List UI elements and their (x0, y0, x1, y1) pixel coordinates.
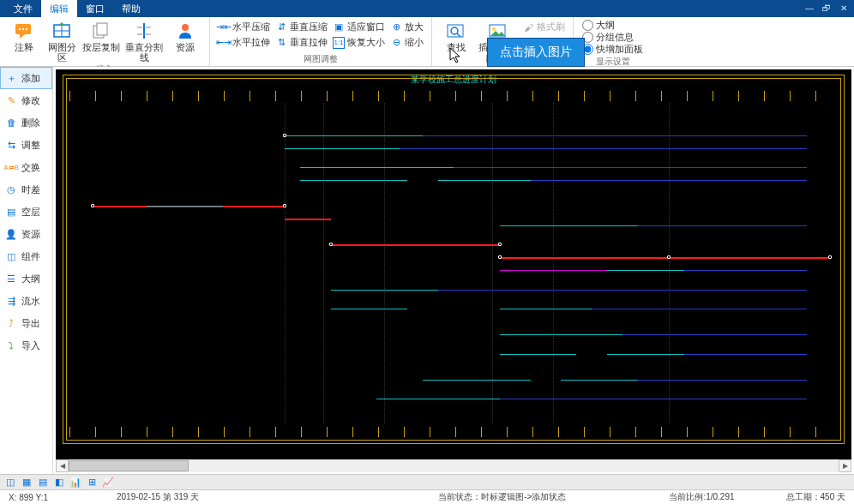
hcompress-button[interactable]: ⇥⇤水平压缩 (218, 20, 270, 34)
svg-line-17 (457, 33, 460, 37)
zoomin-icon: ⊕ (390, 21, 402, 33)
restore-button[interactable]: 1:1恢复大小 (333, 35, 385, 50)
scroll-track[interactable] (69, 459, 839, 472)
status-total: 总工期：450 天 (778, 491, 854, 503)
menu-file[interactable]: 文件 (5, 0, 41, 18)
trash-icon: 🗑 (5, 117, 17, 129)
plus-icon: ＋ (5, 72, 17, 84)
side-outline[interactable]: ☰大纲 (0, 267, 52, 290)
ribbon-group-insert: 注释 网图分区 按层复制 垂直分割线 资源 插入 (0, 17, 210, 66)
vstretch-button[interactable]: ⇅垂直拉伸 (275, 35, 328, 50)
side-resource[interactable]: 👤资源 (0, 223, 52, 245)
svg-point-16 (451, 27, 458, 34)
menu-edit[interactable]: 编辑 (41, 0, 77, 18)
resource-button[interactable]: 资源 (166, 19, 204, 52)
side-layer[interactable]: ▤空层 (0, 201, 52, 223)
side-modify[interactable]: ✎修改 (0, 89, 52, 111)
vsplit-icon (134, 21, 154, 41)
edit-icon: ✎ (5, 94, 17, 106)
scroll-left-icon[interactable]: ◀ (56, 459, 69, 472)
svg-rect-15 (448, 25, 463, 37)
find-button[interactable]: 查找 (437, 19, 475, 52)
restore-icon: 1:1 (333, 37, 345, 49)
partition-button[interactable]: 网图分区 (43, 19, 81, 63)
body: ＋添加 ✎修改 🗑删除 ⇆调整 A⇄B交换 ◷时差 ▤空层 👤资源 ◫组件 ☰大… (0, 67, 854, 474)
scroll-thumb[interactable] (69, 460, 189, 471)
menu-help[interactable]: 帮助 (113, 0, 149, 18)
format-brush-button[interactable]: 🖌格式刷 (522, 20, 565, 34)
group-display-label: 显示设置 (596, 55, 630, 68)
zoomout-icon: ⊖ (390, 37, 402, 49)
copy-label: 按层复制 (82, 42, 120, 52)
resource-label: 资源 (176, 42, 195, 52)
arrow-in-v-icon: ⇵ (275, 21, 287, 33)
maximize-icon[interactable]: 🗗 (820, 2, 833, 14)
qb-2[interactable]: ▦ (20, 477, 33, 489)
menu-window[interactable]: 窗口 (77, 0, 113, 18)
svg-rect-8 (97, 23, 107, 35)
time-scale-bottom (69, 427, 838, 437)
scroll-right-icon[interactable]: ▶ (839, 459, 851, 472)
side-adjust[interactable]: ⇆调整 (0, 134, 52, 156)
window-controls: — 🗗 ✕ (803, 2, 851, 14)
component-icon: ◫ (5, 250, 17, 262)
vsplit-button[interactable]: 垂直分割线 (122, 19, 166, 63)
clock-icon: ◷ (5, 183, 17, 195)
layer-icon: ▤ (5, 206, 17, 218)
partition-label: 网图分区 (45, 42, 79, 63)
copy-icon (91, 21, 111, 41)
chart-frame: 某学校施工总进度计划 (63, 75, 845, 444)
callout-insert-pic: 点击插入图片 (487, 38, 585, 67)
radio-outline[interactable]: 大纲 (582, 19, 643, 31)
svg-point-19 (492, 27, 496, 31)
zoomout-button[interactable]: ⊖缩小 (390, 35, 424, 50)
side-add[interactable]: ＋添加 (0, 67, 52, 89)
qb-5[interactable]: 📊 (69, 477, 82, 489)
side-delete[interactable]: 🗑删除 (0, 111, 52, 134)
h-scrollbar[interactable]: ◀ ▶ (56, 459, 851, 472)
side-toolbar: ＋添加 ✎修改 🗑删除 ⇆调整 A⇄B交换 ◷时差 ▤空层 👤资源 ◫组件 ☰大… (0, 67, 53, 474)
zoomin-button[interactable]: ⊕放大 (390, 20, 424, 34)
menu-bar: 文件 编辑 窗口 帮助 — 🗗 ✕ (0, 0, 854, 17)
time-scale-top (69, 91, 838, 101)
import-icon: ⤵ (5, 339, 17, 351)
vsplit-label: 垂直分割线 (123, 42, 165, 63)
search-icon (446, 21, 466, 41)
partition-icon (51, 21, 72, 41)
radio-fastpanel[interactable]: 快增加面板 (582, 43, 643, 55)
vcompress-button[interactable]: ⇵垂直压缩 (275, 20, 328, 34)
side-export[interactable]: ⤴导出 (0, 312, 52, 334)
comment-icon (14, 21, 34, 41)
side-float[interactable]: ◷时差 (0, 178, 52, 201)
side-component[interactable]: ◫组件 (0, 245, 52, 267)
resource-icon (175, 21, 195, 41)
hstretch-button[interactable]: ⇤⇥水平拉伸 (218, 35, 270, 50)
svg-point-1 (19, 28, 21, 30)
fitwindow-button[interactable]: ▣适应窗口 (333, 20, 385, 34)
minimize-icon[interactable]: — (803, 2, 816, 14)
close-icon[interactable]: ✕ (837, 2, 851, 14)
find-label: 查找 (447, 42, 466, 52)
group-adjust-label: 网图调整 (304, 52, 338, 65)
svg-point-14 (182, 24, 189, 31)
qb-6[interactable]: ⊞ (85, 477, 99, 489)
ribbon-group-display: 大纲 分组信息 快增加面板 显示设置 (574, 17, 652, 66)
swap-icon: A⇄B (5, 161, 17, 173)
side-swap[interactable]: A⇄B交换 (0, 156, 52, 178)
person-icon: 👤 (5, 228, 17, 240)
slider-icon: ⇆ (5, 139, 17, 151)
qb-1[interactable]: ◫ (3, 477, 17, 489)
side-import[interactable]: ⤵导入 (0, 334, 52, 357)
qb-4[interactable]: ◧ (52, 477, 66, 489)
layer-copy-button[interactable]: 按层复制 (81, 19, 122, 52)
canvas-area: 某学校施工总进度计划 (53, 67, 854, 474)
qb-7[interactable]: 📈 (101, 477, 115, 489)
network-canvas[interactable]: 某学校施工总进度计划 (56, 69, 851, 459)
annotate-button[interactable]: 注释 (5, 19, 43, 52)
side-flow[interactable]: ⇶流水 (0, 290, 52, 312)
fit-icon: ▣ (333, 21, 345, 33)
net-diagram (69, 103, 838, 424)
qb-3[interactable]: ▤ (36, 477, 50, 489)
arrow-out-v-icon: ⇅ (275, 37, 287, 49)
radio-groupinfo[interactable]: 分组信息 (582, 31, 643, 43)
